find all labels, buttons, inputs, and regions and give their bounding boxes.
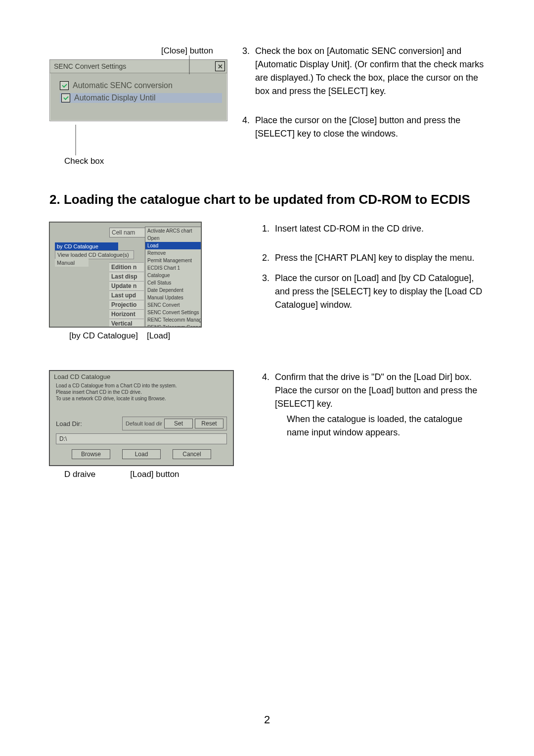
menu-manual[interactable]: Manual	[55, 259, 89, 267]
submenu-item[interactable]: Remove	[145, 249, 201, 257]
submenu-item[interactable]: RENC Telecomm Connect	[145, 324, 201, 327]
step-3-mid: 3. Place the cursor on [Load] and [by CD…	[262, 272, 485, 312]
submenu-item[interactable]: Permit Management	[145, 257, 201, 264]
dialog2-instructions: Load a CD Catalogue from a Chart CD into…	[50, 382, 233, 417]
submenu-item-load[interactable]: Load	[145, 242, 201, 249]
submenu-item[interactable]: Activate ARCS chart	[145, 227, 201, 235]
senc-convert-settings-dialog: SENC Convert Settings ✕ Automatic SENC c…	[49, 59, 227, 121]
set-button[interactable]: Set	[164, 419, 193, 428]
submenu-item[interactable]: Cell Status	[145, 279, 201, 286]
reset-button[interactable]: Reset	[195, 419, 223, 428]
submenu-item[interactable]: Open	[145, 235, 201, 242]
drive-field[interactable]: D:\	[56, 433, 227, 444]
row-edition: Edition n	[109, 262, 144, 272]
submenu-item[interactable]: ECDIS Chart 1	[145, 264, 201, 272]
step-2: 2. Press the [CHART PLAN] key to display…	[262, 251, 485, 265]
checkbox-icon[interactable]	[61, 94, 70, 102]
submenu-item[interactable]: RENC Telecomm Manager	[145, 316, 201, 324]
load-cd-catalogue-dialog: Load CD Catalogue Load a CD Catalogue fr…	[49, 371, 233, 466]
submenu-item[interactable]: SENC Convert	[145, 301, 201, 309]
cell-name-box: Cell nam	[109, 228, 149, 237]
caption-d-drive: D draive	[64, 470, 95, 479]
row-lastupd: Last upd	[109, 290, 144, 300]
checkbox-icon[interactable]	[60, 81, 69, 90]
row-projection: Projectio	[109, 300, 144, 309]
caption-load: [Load]	[147, 331, 170, 341]
row-lastdisp: Last disp	[109, 272, 144, 281]
submenu-item[interactable]: Date Dependent	[145, 286, 201, 294]
cancel-button[interactable]: Cancel	[173, 449, 211, 459]
auto-display-checkbox-row[interactable]: Automatic Display Until	[60, 93, 222, 103]
dialog2-title: Load CD Catalogue	[50, 371, 233, 382]
load-button[interactable]: Load	[122, 449, 161, 459]
default-load-dir-group: Default load dir Set Reset	[122, 417, 227, 430]
page-number: 2	[0, 713, 534, 726]
step-1: 1. Insert latest CD-ROM in the CD drive.	[262, 222, 485, 236]
chart-plan-menu-screenshot: Cell nam by CD Catalogue View loaded CD …	[49, 222, 201, 327]
caption-load-button: [Load] button	[130, 470, 179, 479]
menu-view-loaded[interactable]: View loaded CD Catalogue(s)	[55, 250, 134, 259]
caption-by-cd: [by CD Catalogue]	[69, 331, 138, 341]
submenu: Activate ARCS chart Open Load Remove Per…	[145, 227, 201, 327]
step-3: 3. Check the box on [Automatic SENC conv…	[242, 45, 485, 98]
submenu-item[interactable]: Catalogue	[145, 272, 201, 279]
row-vertical: Vertical	[109, 319, 144, 327]
section-heading: 2. Loading the catalogue chart to be upd…	[49, 192, 485, 207]
checkbox-callout: Check box	[64, 156, 104, 167]
auto-display-label: Automatic Display Until	[74, 94, 156, 102]
close-icon[interactable]: ✕	[215, 61, 225, 71]
auto-senc-label: Automatic SENC conversion	[73, 81, 173, 90]
browse-button[interactable]: Browse	[72, 449, 110, 459]
submenu-item[interactable]: SENC Convert Settings	[145, 309, 201, 316]
row-horizont: Horizont	[109, 309, 144, 319]
step-4-bottom: 4. Confirm that the drive is "D" on the …	[262, 371, 485, 439]
auto-senc-checkbox-row[interactable]: Automatic SENC conversion	[60, 81, 222, 90]
load-dir-label: Load Dir:	[56, 420, 82, 427]
dialog-title: SENC Convert Settings	[54, 62, 126, 70]
submenu-item[interactable]: Manual Updates	[145, 294, 201, 301]
menu-by-cd-catalogue[interactable]: by CD Catalogue	[55, 242, 118, 250]
close-callout: [Close] button	[161, 46, 213, 56]
row-update: Update n	[109, 281, 144, 290]
step-4: 4. Place the cursor on the [Close] butto…	[242, 114, 485, 141]
